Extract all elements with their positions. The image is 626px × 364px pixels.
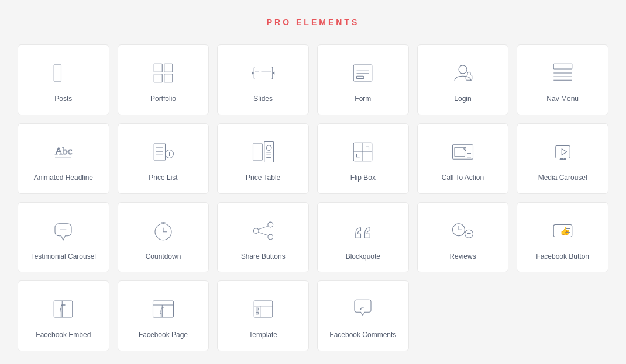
svg-rect-26 bbox=[154, 144, 165, 160]
share-buttons-icon bbox=[249, 217, 277, 245]
main-container: PRO ELEMENTS PostsPortfolioSlidesFormLog… bbox=[0, 12, 626, 351]
card-media-carousel[interactable]: Media Carousel bbox=[517, 123, 608, 194]
svg-rect-80 bbox=[256, 313, 258, 315]
svg-point-52 bbox=[563, 158, 566, 160]
card-posts[interactable]: Posts bbox=[18, 44, 109, 115]
card-slides[interactable]: Slides bbox=[217, 44, 309, 115]
card-facebook-comments[interactable]: Facebook Comments bbox=[317, 280, 409, 351]
svg-text:Abc: Abc bbox=[55, 144, 72, 156]
posts-label: Posts bbox=[54, 94, 72, 104]
svg-point-61 bbox=[253, 228, 259, 233]
price-table-icon bbox=[249, 138, 277, 166]
flip-box-icon bbox=[349, 138, 377, 166]
card-portfolio[interactable]: Portfolio bbox=[118, 44, 209, 115]
facebook-comments-icon bbox=[349, 295, 377, 323]
slides-icon bbox=[249, 59, 277, 87]
nav-menu-icon bbox=[549, 59, 577, 87]
svg-rect-33 bbox=[253, 144, 262, 160]
card-animated-headline[interactable]: AbcAnimated Headline bbox=[18, 123, 109, 194]
card-form[interactable]: Form bbox=[317, 44, 409, 115]
facebook-page-icon bbox=[149, 295, 177, 323]
portfolio-icon bbox=[149, 59, 177, 87]
testimonial-carousel-label: Testimonial Carousel bbox=[31, 252, 96, 262]
template-label: Template bbox=[249, 330, 277, 340]
template-icon bbox=[249, 295, 277, 323]
portfolio-label: Portfolio bbox=[150, 94, 176, 104]
facebook-button-label: Facebook Button bbox=[536, 252, 589, 262]
price-list-icon bbox=[149, 138, 177, 166]
reviews-icon bbox=[449, 217, 477, 245]
card-template[interactable]: Template bbox=[217, 280, 309, 351]
card-nav-menu[interactable]: Nav Menu bbox=[517, 44, 608, 115]
svg-point-18 bbox=[459, 65, 467, 74]
card-login[interactable]: Login bbox=[417, 44, 509, 115]
svg-rect-8 bbox=[164, 74, 173, 82]
animated-headline-icon: Abc bbox=[49, 138, 77, 166]
login-label: Login bbox=[454, 94, 471, 104]
slides-label: Slides bbox=[253, 94, 273, 104]
svg-rect-74 bbox=[153, 301, 173, 317]
card-blockquote[interactable]: Blockquote bbox=[317, 202, 409, 273]
svg-rect-0 bbox=[54, 65, 61, 81]
card-call-to-action[interactable]: Call To Action bbox=[417, 123, 509, 194]
svg-point-35 bbox=[266, 145, 271, 150]
svg-rect-43 bbox=[455, 147, 465, 157]
card-countdown[interactable]: Countdown bbox=[118, 202, 209, 273]
svg-rect-72 bbox=[54, 301, 73, 317]
svg-rect-6 bbox=[164, 64, 173, 72]
reviews-label: Reviews bbox=[449, 252, 476, 262]
svg-rect-48 bbox=[555, 145, 570, 158]
facebook-comments-label: Facebook Comments bbox=[329, 330, 396, 340]
svg-rect-7 bbox=[154, 74, 162, 82]
flip-box-label: Flip Box bbox=[350, 173, 376, 183]
facebook-embed-label: Facebook Embed bbox=[36, 330, 91, 340]
svg-rect-20 bbox=[553, 64, 572, 69]
blockquote-label: Blockquote bbox=[346, 252, 380, 262]
svg-rect-79 bbox=[256, 308, 258, 311]
card-facebook-embed[interactable]: Facebook Embed bbox=[18, 280, 109, 351]
login-icon bbox=[449, 59, 477, 87]
countdown-label: Countdown bbox=[146, 252, 181, 262]
animated-headline-label: Animated Headline bbox=[34, 173, 93, 183]
posts-icon bbox=[49, 59, 77, 87]
form-label: Form bbox=[355, 94, 371, 104]
testimonial-carousel-icon bbox=[49, 217, 77, 245]
svg-point-51 bbox=[562, 158, 564, 160]
form-icon bbox=[349, 59, 377, 87]
media-carousel-icon bbox=[549, 138, 577, 166]
card-flip-box[interactable]: Flip Box bbox=[317, 123, 409, 194]
card-testimonial-carousel[interactable]: Testimonial Carousel bbox=[18, 202, 109, 273]
svg-text:👍: 👍 bbox=[559, 226, 570, 236]
card-share-buttons[interactable]: Share Buttons bbox=[217, 202, 309, 273]
elements-grid: PostsPortfolioSlidesFormLoginNav MenuAbc… bbox=[18, 44, 608, 351]
svg-point-59 bbox=[268, 222, 273, 227]
svg-rect-17 bbox=[357, 76, 364, 78]
price-list-label: Price List bbox=[149, 173, 177, 183]
call-to-action-icon bbox=[449, 138, 477, 166]
call-to-action-label: Call To Action bbox=[442, 173, 484, 183]
svg-point-50 bbox=[559, 158, 562, 160]
card-price-table[interactable]: Price Table bbox=[217, 123, 309, 194]
share-buttons-label: Share Buttons bbox=[241, 252, 286, 262]
card-facebook-page[interactable]: Facebook Page bbox=[118, 280, 209, 351]
svg-line-62 bbox=[259, 226, 268, 229]
facebook-button-icon: 👍 bbox=[549, 217, 577, 245]
card-price-list[interactable]: Price List bbox=[118, 123, 209, 194]
svg-rect-5 bbox=[154, 64, 162, 72]
facebook-page-label: Facebook Page bbox=[139, 330, 188, 340]
svg-marker-49 bbox=[562, 149, 567, 155]
page-title: PRO ELEMENTS bbox=[18, 18, 608, 27]
card-facebook-button[interactable]: 👍Facebook Button bbox=[517, 202, 608, 273]
nav-menu-label: Nav Menu bbox=[546, 94, 579, 104]
svg-rect-9 bbox=[254, 67, 273, 79]
countdown-icon bbox=[149, 217, 177, 245]
svg-line-63 bbox=[259, 232, 268, 235]
facebook-embed-icon bbox=[49, 295, 77, 323]
svg-rect-34 bbox=[264, 141, 273, 162]
blockquote-icon bbox=[349, 217, 377, 245]
media-carousel-label: Media Carousel bbox=[538, 173, 587, 183]
card-reviews[interactable]: Reviews bbox=[417, 202, 509, 273]
svg-point-60 bbox=[268, 234, 273, 240]
svg-rect-76 bbox=[254, 301, 273, 317]
price-table-label: Price Table bbox=[246, 173, 280, 183]
